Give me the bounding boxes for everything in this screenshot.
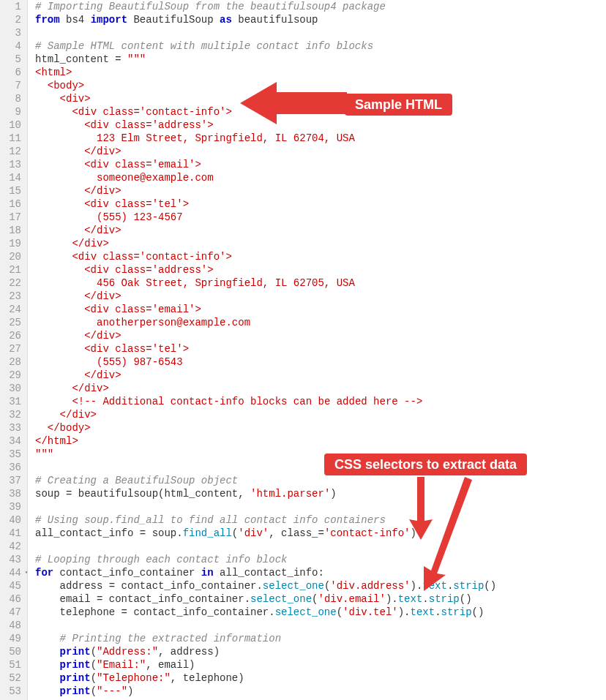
line-number: 48 — [0, 619, 21, 632]
line-number: 26 — [0, 329, 21, 342]
code-line[interactable]: </div> — [35, 184, 606, 197]
line-number: 24 — [0, 303, 21, 316]
code-line[interactable]: </div> — [35, 290, 606, 303]
code-line[interactable]: </div> — [35, 369, 606, 382]
code-line[interactable]: print("---") — [35, 685, 606, 698]
code-line[interactable]: </div> — [35, 145, 606, 158]
code-line[interactable]: <div class='address'> — [35, 263, 606, 276]
arrow-css-selectors-2 — [421, 477, 479, 594]
line-number: 19 — [0, 237, 21, 250]
line-number: 16 — [0, 197, 21, 211]
line-number: 5 — [0, 53, 21, 66]
line-number: 11 — [0, 132, 21, 145]
code-line[interactable]: all_contact_info = soup.find_all('div', … — [35, 527, 606, 540]
code-line[interactable]: </div> — [35, 382, 606, 395]
code-line[interactable]: </html> — [35, 434, 606, 448]
line-number-gutter: 1234567891011121314151617181920212223242… — [0, 0, 28, 700]
line-number: 46 — [0, 592, 21, 606]
code-line[interactable]: <!-- Additional contact-info blocks can … — [35, 395, 606, 408]
svg-marker-2 — [424, 477, 472, 591]
code-line[interactable]: email = contact_info_container.select_on… — [35, 592, 606, 606]
code-line[interactable]: <div class='email'> — [35, 303, 606, 316]
line-number: 43 — [0, 553, 21, 566]
code-line[interactable]: # Looping through each contact info bloc… — [35, 553, 606, 566]
code-line[interactable]: </body> — [35, 421, 606, 434]
code-line[interactable] — [35, 500, 606, 513]
line-number: 41 — [0, 527, 21, 540]
callout-label: CSS selectors to extract data — [334, 457, 517, 472]
code-line[interactable]: <div class='tel'> — [35, 342, 606, 355]
code-line[interactable]: </div> — [35, 408, 606, 421]
code-line[interactable] — [35, 540, 606, 553]
line-number: 49 — [0, 632, 21, 645]
code-line[interactable]: (555) 123-4567 — [35, 211, 606, 224]
code-line[interactable]: html_content = """ — [35, 53, 606, 66]
code-line[interactable]: for contact_info_container in all_contac… — [35, 566, 606, 579]
code-line[interactable]: # Creating a BeautifulSoup object — [35, 474, 606, 487]
code-line[interactable]: telephone = contact_info_container.selec… — [35, 606, 606, 619]
code-line[interactable]: 123 Elm Street, Springfield, IL 62704, U… — [35, 132, 606, 145]
line-number: 29 — [0, 369, 21, 382]
line-number: 51 — [0, 658, 21, 671]
line-number: 12 — [0, 145, 21, 158]
line-number: 3 — [0, 26, 21, 39]
line-number: 27 — [0, 342, 21, 355]
line-number: 2 — [0, 13, 21, 26]
line-number: 53 — [0, 685, 21, 698]
line-number: 38 — [0, 487, 21, 500]
code-line[interactable]: <div class='email'> — [35, 158, 606, 171]
line-number: 13 — [0, 158, 21, 171]
svg-marker-0 — [240, 82, 347, 124]
code-line[interactable] — [35, 26, 606, 39]
line-number: 36 — [0, 461, 21, 474]
code-line[interactable]: # Importing BeautifulSoup from the beaut… — [35, 0, 606, 13]
code-line[interactable]: # Sample HTML content with multiple cont… — [35, 39, 606, 53]
code-line[interactable]: # Using soup.find_all to find all contac… — [35, 513, 606, 527]
line-number: 52 — [0, 671, 21, 685]
code-line[interactable]: print("Telephone:", telephone) — [35, 671, 606, 685]
code-line[interactable]: (555) 987-6543 — [35, 355, 606, 369]
code-line[interactable]: </div> — [35, 329, 606, 342]
line-number: 22 — [0, 276, 21, 290]
code-line[interactable]: soup = beautifulsoup(html_content, 'html… — [35, 487, 606, 500]
line-number: 35 — [0, 448, 21, 461]
code-line[interactable]: </div> — [35, 237, 606, 250]
line-number: 44 — [0, 566, 21, 579]
code-line[interactable]: 456 Oak Street, Springfield, IL 62705, U… — [35, 276, 606, 290]
callout-css-selectors: CSS selectors to extract data — [324, 454, 527, 475]
line-number: 10 — [0, 118, 21, 132]
line-number: 14 — [0, 171, 21, 184]
code-line[interactable]: # Printing the extracted information — [35, 632, 606, 645]
line-number: 32 — [0, 408, 21, 421]
code-line[interactable] — [35, 619, 606, 632]
code-line[interactable]: <div class='tel'> — [35, 197, 606, 211]
line-number: 21 — [0, 263, 21, 276]
code-line[interactable]: someone@example.com — [35, 171, 606, 184]
line-number: 33 — [0, 421, 21, 434]
code-line[interactable]: print("Address:", address) — [35, 645, 606, 658]
line-number: 8 — [0, 92, 21, 105]
code-line[interactable]: print("Email:", email) — [35, 658, 606, 671]
code-line[interactable]: address = contact_info_container.select_… — [35, 579, 606, 592]
line-number: 45 — [0, 579, 21, 592]
line-number: 15 — [0, 184, 21, 197]
line-number: 28 — [0, 355, 21, 369]
line-number: 6 — [0, 66, 21, 79]
code-line[interactable]: <div class='contact-info'> — [35, 250, 606, 263]
code-line[interactable]: anotherperson@example.com — [35, 316, 606, 329]
line-number: 23 — [0, 290, 21, 303]
line-number: 30 — [0, 382, 21, 395]
code-line[interactable]: from bs4 import BeautifulSoup as beautif… — [35, 13, 606, 26]
line-number: 9 — [0, 105, 21, 118]
line-number: 20 — [0, 250, 21, 263]
line-number: 50 — [0, 645, 21, 658]
line-number: 42 — [0, 540, 21, 553]
line-number: 25 — [0, 316, 21, 329]
code-line[interactable]: </div> — [35, 224, 606, 237]
line-number: 4 — [0, 39, 21, 53]
arrow-sample-html — [240, 78, 347, 129]
line-number: 39 — [0, 500, 21, 513]
line-number: 47 — [0, 606, 21, 619]
callout-sample-html: Sample HTML — [345, 94, 452, 116]
line-number: 40 — [0, 513, 21, 527]
